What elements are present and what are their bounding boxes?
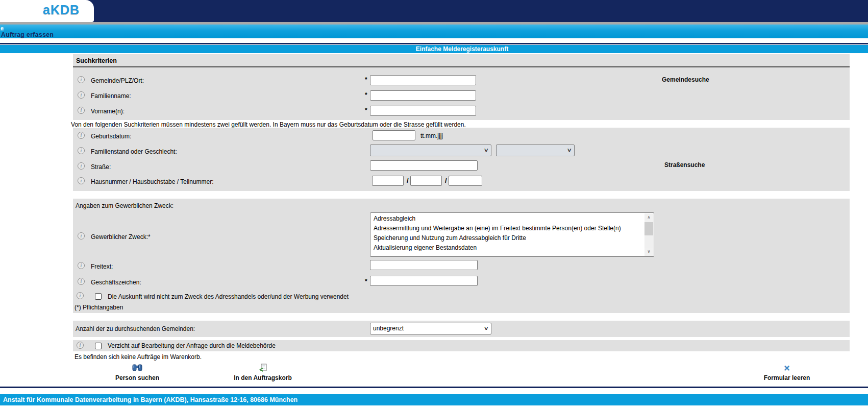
melderegister-app: aKDB e Auftrag erfassen Einfache Meldere… xyxy=(0,0,868,408)
chevron-down-icon: ∨ xyxy=(483,147,489,153)
label-hausnummer: Hausnummer / Hausbuchstabe / Teilnummer: xyxy=(91,178,214,185)
page-title: Einfache Melderegisterauskunft xyxy=(416,45,508,53)
label-geschaeftszeichen: Geschäftszeichen: xyxy=(91,279,141,286)
listbox-option[interactable]: Adressabgleich xyxy=(370,214,654,224)
section-title-suchkriterien: Suchkriterien xyxy=(76,57,117,64)
panel-details: i Geburtsdatum: tt.mm.jjjj i Familiensta… xyxy=(73,128,850,191)
verzicht-checkbox[interactable] xyxy=(95,343,102,349)
header-bar xyxy=(0,0,868,22)
add-to-basket-icon xyxy=(219,364,306,374)
person-suchen-button[interactable]: Person suchen xyxy=(94,364,181,381)
familienstand-select[interactable]: ∨ xyxy=(370,145,491,156)
panel-anzahl-gemeinden: Anzahl der zu durchsuchenden Gemeinden: … xyxy=(73,321,850,337)
formular-leeren-label: Formular leeren xyxy=(743,374,830,381)
required-marker: * xyxy=(365,76,367,83)
label-gemeinde-plz-ort: Gemeinde/PLZ/Ort: xyxy=(91,77,144,84)
scrollbar-thumb[interactable] xyxy=(644,222,653,235)
familienname-input[interactable] xyxy=(370,90,476,101)
geschlecht-select[interactable]: ∨ xyxy=(496,145,575,156)
nav-link-fragment[interactable]: e xyxy=(1,25,4,31)
gewerblicher-zweck-listbox[interactable]: Adressabgleich Adressermittlung und Weit… xyxy=(370,212,654,257)
hausbuchstabe-input[interactable] xyxy=(410,176,442,186)
vorname-input[interactable] xyxy=(370,106,476,116)
info-icon[interactable]: i xyxy=(78,262,85,269)
gemeindesuche-link[interactable]: Gemeindesuche xyxy=(662,76,709,83)
geburtsdatum-format-hint: tt.mm.jjjj xyxy=(420,132,443,139)
label-anzahl-gemeinden: Anzahl der zu durchsuchenden Gemeinden: xyxy=(76,325,195,332)
binoculars-icon xyxy=(94,364,181,374)
scroll-down-icon[interactable]: ∨ xyxy=(644,248,653,256)
panel-verzicht: i Verzicht auf Bearbeitung der Anfrage d… xyxy=(73,340,850,351)
hausnummer-input[interactable] xyxy=(372,176,404,186)
suchkriterien-hint: Von den folgenden Suchkriterien müssen m… xyxy=(71,121,466,128)
title-rule xyxy=(0,43,868,44)
clear-x-icon: ✕ xyxy=(784,364,790,373)
listbox-option[interactable]: Adressermittlung und Weitergabe an (eine… xyxy=(370,224,654,233)
info-icon[interactable]: i xyxy=(77,342,84,349)
person-suchen-label: Person suchen xyxy=(94,374,181,381)
label-strasse: Straße: xyxy=(91,163,111,171)
footer-bar: Anstalt für Kommunale Datenverarbeitung … xyxy=(0,394,868,405)
panel-gewerblicher-zweck: Angaben zum Gewerblichen Zweck: i Gewerb… xyxy=(73,199,850,313)
strasse-input[interactable] xyxy=(370,160,478,171)
geschaeftszeichen-input[interactable] xyxy=(370,276,478,286)
strassensuche-link[interactable]: Straßensuche xyxy=(664,161,705,169)
label-familienname: Familienname: xyxy=(91,92,131,100)
section-title-gewerblicher-zweck: Angaben zum Gewerblichen Zweck: xyxy=(76,202,173,209)
freitext-input[interactable] xyxy=(370,260,478,270)
panel-suchkriterien: Suchkriterien i Gemeinde/PLZ/Ort: * i Fa… xyxy=(73,54,850,120)
listbox-option[interactable]: Aktualisierung eigener Bestandsdaten xyxy=(370,243,654,253)
auftragskorb-button[interactable]: In den Auftragskorb xyxy=(219,364,306,381)
listbox-scrollbar[interactable]: ∧ ∨ xyxy=(644,213,653,256)
label-verzicht-checkbox: Verzicht auf Bearbeitung der Anfrage dur… xyxy=(108,342,276,349)
separator-slash: / xyxy=(445,177,447,184)
nav-item-auftrag-erfassen[interactable]: Auftrag erfassen xyxy=(1,31,54,38)
label-adresshandel-checkbox: Die Auskunft wird nicht zum Zweck des Ad… xyxy=(108,293,349,300)
title-bar: Einfache Melderegisterauskunft xyxy=(0,45,868,53)
bottom-rule xyxy=(0,387,868,388)
nav-bar xyxy=(0,25,868,38)
teilnummer-input[interactable] xyxy=(449,176,482,186)
required-marker: * xyxy=(365,278,367,285)
info-icon[interactable]: i xyxy=(78,91,85,99)
required-marker: * xyxy=(365,107,367,114)
chevron-down-icon: ∨ xyxy=(566,147,572,153)
label-familienstand-geschlecht: Familienstand oder Geschlecht: xyxy=(91,148,177,155)
info-icon[interactable]: i xyxy=(78,107,85,114)
footer-address: Anstalt für Kommunale Datenverarbeitung … xyxy=(3,394,297,405)
gemeinde-plz-ort-input[interactable] xyxy=(370,75,476,85)
info-icon[interactable]: i xyxy=(78,147,85,154)
akdb-logo: aKDB xyxy=(43,3,80,17)
adresshandel-checkbox[interactable] xyxy=(95,293,102,300)
label-geburtsdatum: Geburtsdatum: xyxy=(91,133,131,140)
select-value: unbegrenzt xyxy=(373,325,404,332)
label-gewerblicher-zweck: Gewerblicher Zweck:* xyxy=(91,233,151,241)
info-icon[interactable]: i xyxy=(78,76,85,83)
geburtsdatum-input[interactable] xyxy=(373,130,415,140)
info-icon[interactable]: i xyxy=(78,278,85,285)
separator-slash: / xyxy=(407,177,409,184)
required-marker: * xyxy=(365,91,367,99)
info-icon[interactable]: i xyxy=(78,162,85,170)
formular-leeren-button[interactable]: ✕ Formular leeren xyxy=(743,364,830,381)
logo-tab: aKDB xyxy=(0,0,94,22)
chevron-down-icon: ∨ xyxy=(483,325,489,331)
info-icon[interactable]: i xyxy=(78,232,85,239)
info-icon[interactable]: i xyxy=(78,132,85,139)
section-divider xyxy=(73,66,850,67)
auftragskorb-label: In den Auftragskorb xyxy=(219,374,306,381)
info-icon[interactable]: i xyxy=(77,292,84,299)
anzahl-gemeinden-select[interactable]: unbegrenzt ∨ xyxy=(370,323,491,334)
scroll-up-icon[interactable]: ∧ xyxy=(644,213,653,222)
label-freitext: Freitext: xyxy=(91,263,113,270)
label-vorname: Vorname(n): xyxy=(91,108,125,115)
pflichtangaben-note: (*) Pflichtangaben xyxy=(75,304,123,311)
warenkorb-status: Es befinden sich keine Aufträge im Waren… xyxy=(75,353,202,361)
info-icon[interactable]: i xyxy=(78,177,85,184)
listbox-option[interactable]: Speicherung und Nutzung zum Adressabglei… xyxy=(370,233,654,243)
